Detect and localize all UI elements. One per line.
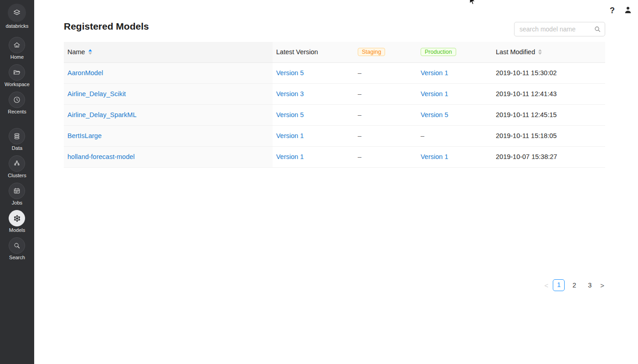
staging-version: – <box>358 153 361 160</box>
sidebar: databricks Home Workspace <box>0 0 34 364</box>
database-icon <box>13 132 21 140</box>
databricks-logo[interactable]: databricks <box>5 0 28 29</box>
last-modified-timestamp: 2019-10-11 12:41:43 <box>496 90 557 97</box>
previous-page-arrow[interactable]: < <box>543 282 549 289</box>
production-version: – <box>421 132 424 139</box>
databricks-layers-icon <box>12 8 21 17</box>
page-button-3[interactable]: 3 <box>584 279 596 291</box>
page-title: Registered Models <box>64 21 149 32</box>
search-input[interactable] <box>514 22 605 36</box>
sidebar-item-search[interactable]: Search <box>9 237 25 261</box>
sort-carets-name[interactable] <box>88 49 92 55</box>
sidebar-item-recents[interactable]: Recents <box>8 92 26 115</box>
model-name-link[interactable]: AaronModel <box>67 69 103 77</box>
model-search-box <box>514 22 605 36</box>
sidebar-nav: Home Workspace Recents <box>5 37 30 265</box>
mouse-cursor <box>469 0 476 7</box>
production-version-link[interactable]: Version 1 <box>421 69 448 77</box>
clock-icon <box>13 96 21 104</box>
last-modified-timestamp: 2019-10-11 15:18:05 <box>496 132 557 139</box>
table-header-row: Name Latest Version Staging <box>64 42 605 62</box>
databricks-logo-label: databricks <box>5 23 28 29</box>
folder-icon <box>13 68 21 77</box>
production-version-link[interactable]: Version 1 <box>421 90 448 97</box>
latest-version-link[interactable]: Version 3 <box>276 90 304 97</box>
help-icon[interactable]: ? <box>610 6 615 15</box>
model-name-link[interactable]: Airline_Delay_Scikit <box>67 90 126 97</box>
next-page-arrow[interactable]: > <box>599 282 605 289</box>
sort-carets-last-modified[interactable] <box>538 49 542 55</box>
table-row: Airline_Delay_Scikit Version 3 – Version… <box>64 83 605 104</box>
page-button-1[interactable]: 1 <box>553 279 565 291</box>
page-button-2[interactable]: 2 <box>568 279 580 291</box>
latest-version-link[interactable]: Version 5 <box>276 111 304 118</box>
latest-version-link[interactable]: Version 1 <box>276 132 304 139</box>
user-icon[interactable] <box>623 5 633 16</box>
last-modified-timestamp: 2019-10-07 15:38:27 <box>496 153 557 160</box>
column-header-last-modified[interactable]: Last Modified <box>492 42 605 62</box>
last-modified-timestamp: 2019-10-11 12:45:15 <box>496 111 557 118</box>
table-row: Airline_Delay_SparkML Version 5 – Versio… <box>64 104 605 125</box>
tree-icon <box>13 159 21 168</box>
calendar-icon <box>13 187 21 195</box>
production-tag: Production <box>421 48 456 56</box>
model-name-link[interactable]: BertIsLarge <box>67 132 102 139</box>
model-name-link[interactable]: holland-forecast-model <box>67 153 135 160</box>
production-version-link[interactable]: Version 5 <box>421 111 448 118</box>
staging-tag: Staging <box>358 48 385 56</box>
graph-icon <box>13 214 21 223</box>
column-header-production: Production <box>417 42 492 62</box>
home-icon <box>13 41 21 49</box>
production-version-link[interactable]: Version 1 <box>421 153 448 160</box>
sort-ascending-icon <box>538 49 542 51</box>
sidebar-item-home[interactable]: Home <box>9 37 25 60</box>
column-header-name[interactable]: Name <box>64 42 273 62</box>
column-header-latest-version: Latest Version <box>273 42 354 62</box>
sort-ascending-icon <box>88 49 92 51</box>
sidebar-item-data[interactable]: Data <box>9 128 25 151</box>
sort-descending-icon <box>88 52 92 55</box>
pagination: < 1 2 3 > <box>543 279 605 291</box>
table-row: holland-forecast-model Version 1 – Versi… <box>64 146 605 167</box>
search-icon[interactable] <box>594 26 601 33</box>
last-modified-timestamp: 2019-10-11 15:30:02 <box>496 69 557 77</box>
sort-descending-icon <box>538 52 542 55</box>
staging-version: – <box>358 111 361 118</box>
sidebar-item-jobs[interactable]: Jobs <box>9 183 25 206</box>
column-header-staging: Staging <box>354 42 417 62</box>
staging-version: – <box>358 90 361 97</box>
model-name-link[interactable]: Airline_Delay_SparkML <box>67 111 137 118</box>
table-row: AaronModel Version 5 – Version 1 2019-10… <box>64 62 605 83</box>
sidebar-item-workspace[interactable]: Workspace <box>5 64 30 87</box>
table-row: BertIsLarge Version 1 – – 2019-10-11 15:… <box>64 125 605 146</box>
registered-models-table: Name Latest Version Staging <box>64 42 605 168</box>
sidebar-item-models[interactable]: Models <box>9 210 25 233</box>
databricks-logo-circle <box>8 4 26 22</box>
sidebar-item-clusters[interactable]: Clusters <box>8 155 26 179</box>
magnifier-icon <box>13 241 21 250</box>
latest-version-link[interactable]: Version 1 <box>276 153 304 160</box>
staging-version: – <box>358 132 361 139</box>
staging-version: – <box>358 69 361 77</box>
latest-version-link[interactable]: Version 5 <box>276 69 304 77</box>
